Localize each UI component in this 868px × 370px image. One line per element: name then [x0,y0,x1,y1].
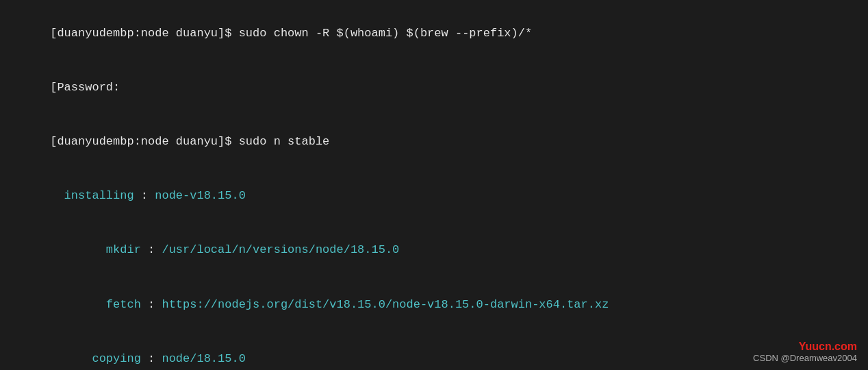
terminal-content: [duanyudembp:node duanyu]$ sudo chown -R… [8,7,860,370]
value: node/18.15.0 [162,352,245,365]
sep: : [141,243,162,256]
sep: : [141,352,162,365]
label: fetch [50,298,141,311]
value: https://nodejs.org/dist/v18.15.0/node-v1… [162,298,609,311]
terminal-line: [Password: [8,61,860,115]
label: copying [50,352,141,365]
label: mkdir [50,243,141,256]
sep: : [134,189,155,202]
sep: : [141,298,162,311]
prompt: [duanyudembp:node duanyu]$ [50,27,238,40]
watermark-csdn: CSDN @Dreamweav2004 [753,353,857,363]
watermark: Yuucn.com CSDN @Dreamweav2004 [753,341,857,363]
command: sudo n stable [239,135,330,148]
terminal-line: installing : node-v18.15.0 [8,169,860,223]
label: installing [50,189,133,202]
output-text: [Password: [50,81,120,94]
value: /usr/local/n/versions/node/18.15.0 [162,243,399,256]
watermark-brand: Yuucn.com [753,341,857,353]
terminal-line: [duanyudembp:node duanyu]$ sudo chown -R… [8,7,860,61]
terminal-line: copying : node/18.15.0 [8,332,860,370]
terminal-line: [duanyudembp:node duanyu]$ sudo n stable [8,115,860,169]
terminal-line: fetch : https://nodejs.org/dist/v18.15.0… [8,278,860,332]
command: sudo chown -R $(whoami) $(brew --prefix)… [239,27,532,40]
prompt: [duanyudembp:node duanyu]$ [50,135,238,148]
terminal-line: mkdir : /usr/local/n/versions/node/18.15… [8,223,860,278]
value: node-v18.15.0 [155,189,246,202]
terminal-window: [duanyudembp:node duanyu]$ sudo chown -R… [0,0,868,370]
